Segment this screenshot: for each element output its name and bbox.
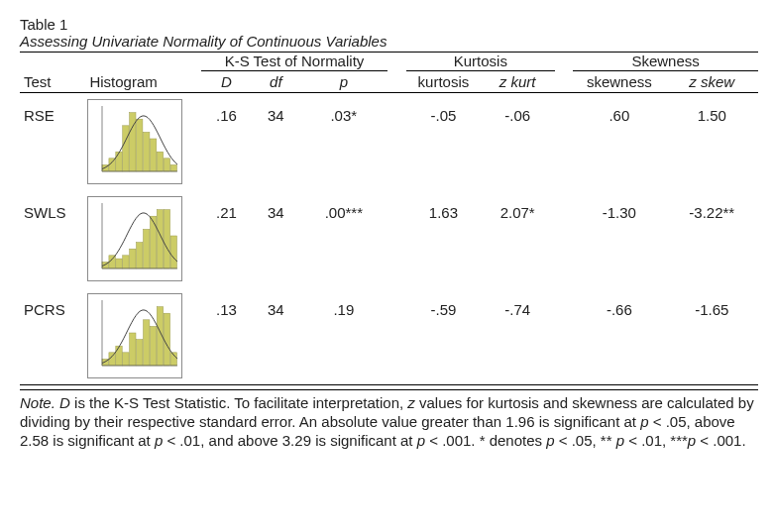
svg-rect-28 — [116, 346, 122, 366]
cell-test: RSE — [20, 93, 85, 191]
svg-rect-29 — [123, 353, 129, 366]
cell-zkurt: -.74 — [481, 287, 555, 385]
cell-test: SWLS — [20, 190, 85, 287]
cell-test: PCRS — [20, 287, 85, 385]
svg-rect-6 — [144, 132, 150, 171]
col-p: p — [299, 71, 387, 93]
table-note: Note. D is the K-S Test Statistic. To fa… — [20, 389, 758, 450]
histogram-icon — [87, 196, 182, 281]
cell-p: .03* — [299, 93, 387, 191]
svg-rect-9 — [165, 159, 170, 171]
col-zskew: z skew — [666, 71, 758, 93]
svg-rect-8 — [158, 152, 164, 171]
table-row: RSE.1634.03*-.05-.06.601.50 — [20, 93, 758, 191]
cell-hist — [85, 287, 200, 385]
cell-D: .16 — [201, 93, 253, 191]
svg-rect-7 — [151, 139, 157, 171]
svg-rect-35 — [165, 313, 170, 366]
cell-skew: -1.30 — [573, 190, 665, 287]
header-skew: Skewness — [573, 53, 758, 71]
cell-df: 34 — [252, 190, 299, 287]
svg-rect-31 — [137, 340, 143, 366]
cell-zkurt: -.06 — [481, 93, 555, 191]
cell-kurt: -.05 — [406, 93, 481, 191]
col-test: Test — [20, 71, 85, 93]
col-kurtosis: kurtosis — [406, 71, 481, 93]
svg-rect-20 — [151, 216, 157, 268]
svg-rect-15 — [116, 259, 122, 268]
svg-rect-3 — [123, 126, 129, 171]
table-number: Table 1 — [20, 16, 758, 33]
cell-zskew: 1.50 — [666, 93, 758, 191]
cell-zkurt: 2.07* — [481, 190, 555, 287]
svg-rect-10 — [170, 164, 176, 171]
cell-df: 34 — [252, 93, 299, 191]
cell-skew: .60 — [573, 93, 665, 191]
svg-rect-18 — [137, 243, 143, 268]
cell-kurt: -.59 — [406, 287, 481, 385]
cell-skew: -.66 — [573, 287, 665, 385]
svg-rect-23 — [170, 236, 176, 268]
svg-rect-19 — [144, 229, 150, 268]
col-skewness: skewness — [573, 71, 665, 93]
col-D: D — [201, 71, 253, 93]
cell-kurt: 1.63 — [406, 190, 481, 287]
svg-rect-4 — [130, 113, 136, 171]
svg-rect-22 — [165, 210, 170, 268]
svg-rect-32 — [144, 320, 150, 366]
svg-rect-30 — [130, 333, 136, 366]
col-hist: Histogram — [85, 71, 200, 93]
table-row: PCRS.1334.19-.59-.74-.66-1.65 — [20, 287, 758, 385]
col-zkurt: z kurt — [481, 71, 555, 93]
cell-df: 34 — [252, 287, 299, 385]
header-kurt: Kurtosis — [406, 53, 554, 71]
cell-hist — [85, 93, 200, 191]
table-caption: Assessing Univariate Normality of Contin… — [20, 33, 758, 50]
svg-rect-17 — [130, 249, 136, 268]
header-ks: K-S Test of Normality — [201, 53, 388, 71]
cell-D: .21 — [201, 190, 253, 287]
histogram-icon — [87, 293, 182, 378]
svg-rect-2 — [116, 152, 122, 171]
cell-hist — [85, 190, 200, 287]
normality-table: K-S Test of Normality Kurtosis Skewness … — [20, 52, 758, 385]
cell-p: .19 — [299, 287, 387, 385]
col-df: df — [252, 71, 299, 93]
cell-p: .00*** — [299, 190, 387, 287]
cell-D: .13 — [201, 287, 253, 385]
histogram-icon — [87, 99, 182, 184]
cell-zskew: -3.22** — [666, 190, 758, 287]
table-row: SWLS.2134.00***1.632.07*-1.30-3.22** — [20, 190, 758, 287]
cell-zskew: -1.65 — [666, 287, 758, 385]
svg-rect-5 — [137, 119, 143, 171]
svg-rect-33 — [151, 326, 157, 366]
svg-rect-16 — [123, 256, 129, 268]
